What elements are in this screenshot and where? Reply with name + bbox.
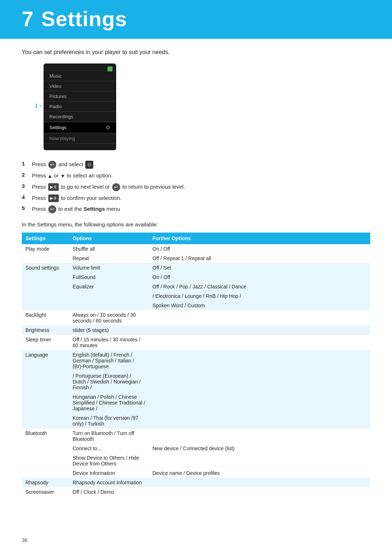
cell-options: Show Device to Others / Hide Device from… bbox=[69, 453, 149, 468]
cell-settings bbox=[22, 254, 69, 263]
cell-options: / Portuguese (European) / Dutch / Swedis… bbox=[69, 371, 149, 392]
cell-further: Device name / Device profiles bbox=[149, 468, 370, 478]
cell-options: slider (5 stages) bbox=[69, 325, 149, 335]
chapter-number: 7 bbox=[22, 7, 33, 30]
step-4: 4 Press ▶⏸ to confirm your selection. bbox=[22, 194, 370, 202]
cell-further bbox=[149, 325, 370, 335]
step-2: 2 Press ▲ or ▼ to select an option. bbox=[22, 172, 370, 180]
cell-settings: Language bbox=[22, 350, 69, 371]
cell-options: English (default) / French / German / Sp… bbox=[69, 350, 149, 371]
cell-settings: Sound settings bbox=[22, 263, 69, 272]
step-4-number: 4 bbox=[22, 194, 32, 200]
table-row: RhapsodyRhapsody Account Information bbox=[22, 478, 370, 487]
step-1-content: Press ↩ and select ⚙. bbox=[32, 160, 370, 169]
step-5: 5 Press ↩ to exit the Settings menu bbox=[22, 205, 370, 213]
table-row: Sound settingsVolume limitOff / Set bbox=[22, 263, 370, 272]
cell-options bbox=[69, 291, 149, 301]
step-3-number: 3 bbox=[22, 183, 32, 189]
step-2-number: 2 bbox=[22, 172, 32, 178]
cell-further: / Electronica / Lounge / RnB / Hip Hop / bbox=[149, 291, 370, 301]
cell-settings: Play mode bbox=[22, 244, 69, 254]
table-header-row: Settings Options Further Options bbox=[22, 233, 370, 244]
back-icon-2: ↩ bbox=[112, 183, 120, 191]
cell-further bbox=[149, 487, 370, 497]
settings-table: Settings Options Further Options Play mo… bbox=[22, 233, 370, 497]
table-row: Hungarian / Polish / Chinese Simplified … bbox=[22, 392, 370, 413]
cell-further: Off / Rock / Pop / Jazz / Classical / Da… bbox=[149, 282, 370, 291]
device-menu-video: Video bbox=[44, 82, 116, 90]
cell-settings: Rhapsody bbox=[22, 478, 69, 487]
back-icon: ↩ bbox=[48, 161, 56, 169]
device-menu-nowplaying: Now playing bbox=[44, 134, 116, 143]
col-options-header: Options bbox=[69, 233, 149, 244]
cell-further: Off / Repeat 1 / Repeat all bbox=[149, 254, 370, 263]
cell-settings bbox=[22, 444, 69, 453]
table-row: Device InformationDevice name / Device p… bbox=[22, 468, 370, 478]
table-row: Play modeShuffle allOn / Off bbox=[22, 244, 370, 254]
back-icon-3: ↩ bbox=[48, 205, 56, 213]
cell-options bbox=[69, 301, 149, 310]
cell-settings: Screensaver bbox=[22, 487, 69, 497]
cell-settings: Brightness bbox=[22, 325, 69, 335]
table-row: RepeatOff / Repeat 1 / Repeat all bbox=[22, 254, 370, 263]
step-3-content: Press ▶⏸ to go to next level or ↩ to ret… bbox=[32, 183, 370, 191]
cell-further bbox=[149, 478, 370, 487]
intro-text: You can set preferences in your player t… bbox=[22, 49, 370, 56]
cell-settings: Backlight bbox=[22, 310, 69, 325]
device-green-indicator bbox=[107, 66, 113, 71]
cell-options: Korean / Thai (for version /97 only) / T… bbox=[69, 413, 149, 428]
step-5-content: Press ↩ to exit the Settings menu bbox=[32, 205, 370, 213]
table-row: Korean / Thai (for version /97 only) / T… bbox=[22, 413, 370, 428]
table-row: Sleep timerOff / 15 minutes / 30 minutes… bbox=[22, 335, 370, 350]
table-row: / Electronica / Lounge / RnB / Hip Hop / bbox=[22, 291, 370, 301]
cell-further: Off / Set bbox=[149, 263, 370, 272]
down-arrow-icon: ▼ bbox=[60, 173, 65, 179]
cell-settings bbox=[22, 413, 69, 428]
page-number: 36 bbox=[22, 537, 28, 543]
cell-options: Repeat bbox=[69, 254, 149, 263]
step-1-number: 1 bbox=[22, 160, 32, 167]
device-mockup: Music Video Pictures Radio Recordings Se… bbox=[44, 63, 116, 150]
cell-settings bbox=[22, 392, 69, 413]
cell-options: Off / 15 minutes / 30 minutes / 60 minut… bbox=[69, 335, 149, 350]
cell-options: Volume limit bbox=[69, 263, 149, 272]
cell-further bbox=[149, 392, 370, 413]
cell-options: Device Information bbox=[69, 468, 149, 478]
table-row: FullSoundOn / Off bbox=[22, 272, 370, 282]
cell-settings bbox=[22, 453, 69, 468]
table-row: LanguageEnglish (default) / French / Ger… bbox=[22, 350, 370, 371]
cell-settings bbox=[22, 272, 69, 282]
cell-options: Rhapsody Account Information bbox=[69, 478, 149, 487]
table-row: BacklightAlways on / 10 seconds / 30 sec… bbox=[22, 310, 370, 325]
step-2-content: Press ▲ or ▼ to select an option. bbox=[32, 172, 370, 180]
cell-settings bbox=[22, 301, 69, 310]
cell-further bbox=[149, 413, 370, 428]
cell-options: Off / Clock / Demo bbox=[69, 487, 149, 497]
cell-settings bbox=[22, 291, 69, 301]
device-menu-music: Music bbox=[44, 72, 116, 80]
cell-further bbox=[149, 350, 370, 371]
cell-further bbox=[149, 310, 370, 325]
cell-options: Connect to… bbox=[69, 444, 149, 453]
cell-further: On / Off bbox=[149, 272, 370, 282]
step-1: 1 Press ↩ and select ⚙. bbox=[22, 160, 370, 169]
up-arrow-icon: ▲ bbox=[48, 173, 53, 179]
cell-options: Hungarian / Polish / Chinese Simplified … bbox=[69, 392, 149, 413]
cell-further bbox=[149, 453, 370, 468]
device-menu-pictures: Pictures bbox=[44, 92, 116, 100]
step-3: 3 Press ▶⏸ to go to next level or ↩ to r… bbox=[22, 183, 370, 191]
play-pause-icon: ▶⏸ bbox=[48, 183, 59, 191]
steps-section: 1 Press ↩ and select ⚙. 2 Press ▲ or ▼ t… bbox=[22, 160, 370, 213]
cell-further bbox=[149, 428, 370, 444]
cell-options: Shuffle all bbox=[69, 244, 149, 254]
device-menu-recordings: Recordings bbox=[44, 112, 116, 121]
settings-gear-icon: ⚙ bbox=[105, 124, 110, 131]
cell-settings: Bluetooth bbox=[22, 428, 69, 444]
table-row: Spoken Word / Custom bbox=[22, 301, 370, 310]
cell-further: On / Off bbox=[149, 244, 370, 254]
cell-further: Spoken Word / Custom bbox=[149, 301, 370, 310]
cell-options: Always on / 10 seconds / 30 seconds / 60… bbox=[69, 310, 149, 325]
play-pause-icon-2: ▶⏸ bbox=[48, 194, 59, 202]
table-row: Show Device to Others / Hide Device from… bbox=[22, 453, 370, 468]
step1-label: 1 – bbox=[35, 103, 42, 108]
